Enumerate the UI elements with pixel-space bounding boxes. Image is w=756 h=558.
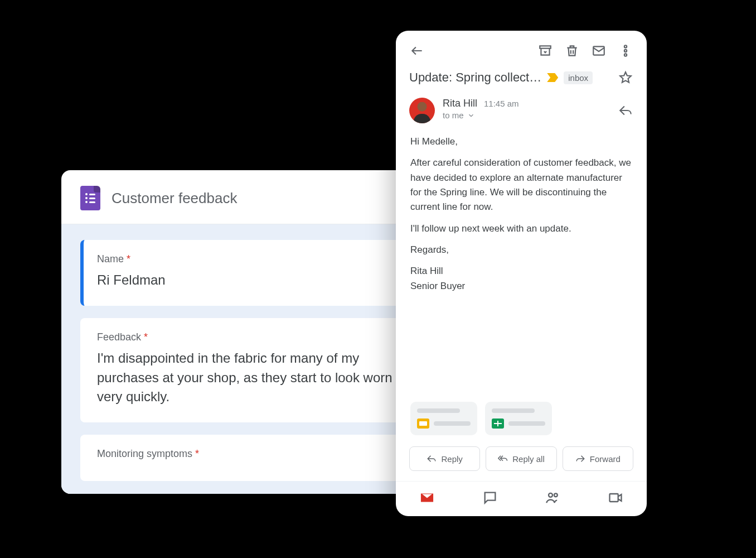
email-paragraph: I'll follow up next week with an update.: [410, 222, 632, 236]
form-question-name[interactable]: Name * Ri Feldman: [80, 240, 421, 306]
svg-rect-7: [609, 494, 618, 502]
forms-header: Customer feedback: [61, 170, 440, 224]
email-paragraph: After careful consideration of customer …: [410, 156, 632, 214]
form-question-feedback[interactable]: Feedback * I'm disappointed in the fabri…: [80, 318, 421, 422]
email-body: Hi Medelle, After careful consideration …: [396, 132, 647, 398]
gmail-toolbar: [396, 31, 647, 66]
chevron-down-icon: [467, 112, 475, 119]
svg-point-3: [624, 50, 627, 52]
slides-icon: [417, 419, 429, 429]
signature-name: Rita Hill: [410, 264, 632, 278]
signature-title: Senior Buyer: [410, 279, 632, 294]
important-marker-icon[interactable]: [547, 73, 558, 82]
nav-spaces-icon[interactable]: [544, 489, 561, 506]
nav-meet-icon[interactable]: [607, 489, 624, 506]
nav-mail-icon[interactable]: [419, 489, 435, 506]
back-icon[interactable]: [409, 43, 425, 59]
attachment-sheets[interactable]: [485, 402, 552, 435]
action-buttons: Reply Reply all Forward: [396, 446, 647, 481]
more-icon[interactable]: [618, 43, 633, 59]
subject-row: Update: Spring collect… inbox: [396, 66, 647, 95]
form-question-monitoring[interactable]: Monitoring symptoms *: [80, 435, 421, 481]
sender-row: Rita Hill 11:45 am to me: [396, 95, 647, 132]
nav-chat-icon[interactable]: [482, 489, 498, 506]
gmail-card: Update: Spring collect… inbox Rita Hill …: [396, 31, 647, 516]
question-value[interactable]: I'm disappointed in the fabric for many …: [97, 349, 405, 407]
question-label: Name *: [97, 253, 405, 265]
svg-point-5: [549, 493, 553, 497]
svg-point-2: [624, 45, 627, 47]
sender-time: 11:45 am: [484, 99, 519, 108]
email-subject: Update: Spring collect…: [409, 70, 541, 85]
sender-name: Rita Hill: [443, 98, 477, 109]
svg-rect-0: [540, 46, 551, 48]
archive-icon[interactable]: [537, 43, 553, 59]
forward-button[interactable]: Forward: [563, 446, 633, 471]
email-greeting: Hi Medelle,: [410, 134, 632, 149]
recipient-dropdown[interactable]: to me: [443, 110, 610, 120]
delete-icon[interactable]: [564, 43, 580, 59]
reply-icon[interactable]: [618, 103, 633, 118]
forms-title: Customer feedback: [112, 190, 237, 207]
star-icon[interactable]: [618, 70, 633, 85]
inbox-chip[interactable]: inbox: [564, 71, 593, 84]
reply-all-button[interactable]: Reply all: [486, 446, 556, 471]
forms-icon: [80, 186, 100, 210]
email-closing: Regards,: [410, 243, 632, 257]
question-label: Monitoring symptoms *: [97, 448, 405, 460]
svg-point-6: [554, 493, 558, 497]
question-value[interactable]: Ri Feldman: [97, 271, 405, 290]
bottom-nav: [396, 481, 647, 516]
svg-point-4: [624, 54, 627, 56]
sheets-icon: [492, 419, 504, 429]
avatar[interactable]: [409, 98, 435, 123]
attachment-slides[interactable]: [410, 402, 477, 435]
attachments-row: [396, 398, 647, 446]
reply-button[interactable]: Reply: [409, 446, 480, 471]
forms-card: Customer feedback Name * Ri Feldman Feed…: [61, 170, 440, 494]
mail-icon[interactable]: [591, 43, 607, 59]
forms-body: Name * Ri Feldman Feedback * I'm disappo…: [61, 224, 440, 494]
question-label: Feedback *: [97, 331, 405, 343]
